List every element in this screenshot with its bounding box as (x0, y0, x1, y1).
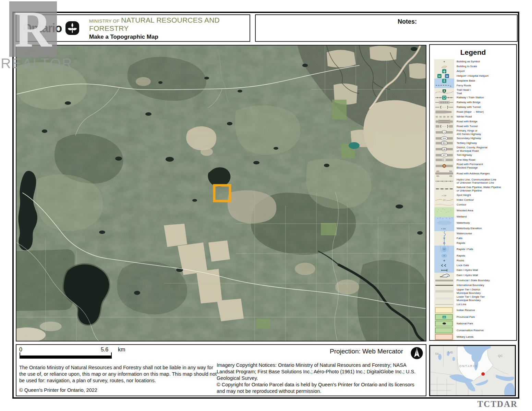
legend-item: Watercourse (430, 231, 516, 236)
imagery-copyright: Imagery Copyright Notices: Ontario Minis… (217, 362, 424, 382)
legend-item: 801Tertiary Highway (430, 141, 516, 146)
legend-item-label: Rapids \ Falls (457, 248, 516, 251)
legend-item-label: Hydro Line, Communication Line or Unknow… (457, 178, 516, 184)
legend-symbol-upper-tier (434, 288, 454, 295)
legend-item: One Way Road (430, 158, 516, 162)
legend-item-label: Dam \ Hydro Wall (457, 269, 516, 272)
legend-item: Wetland (430, 214, 516, 220)
legend-item: Upper Tier \ District Municipal Boundary (430, 288, 516, 295)
legend-item: Waterbody (430, 220, 516, 226)
inset-label-ontario: O N T A R I O (459, 364, 477, 368)
legend-title: Legend (430, 48, 516, 57)
legend-item-label: Rocks (457, 259, 516, 262)
legend-item: 524Secondary Highway (430, 136, 516, 141)
legend-item-label: Upper Tier \ District Municipal Boundary (457, 288, 516, 294)
legend-item: Rapids \ Falls (430, 246, 516, 253)
svg-text:28: 28 (443, 148, 445, 150)
satellite-map (16, 46, 426, 341)
legend-item: Wooded Area (430, 207, 516, 214)
inset-label-sk: SK (435, 352, 439, 356)
legend-item: Railway with Tunnel (430, 105, 516, 110)
legend-item-label: Rapids (457, 241, 516, 245)
scale-tick-left (20, 352, 20, 359)
legend-item: Road (Major → Minor) (430, 110, 516, 114)
legend-symbol-contour (434, 202, 454, 207)
scale-start-label: 0 (19, 347, 22, 353)
legend-symbol-lock-gate (434, 263, 454, 268)
legend-symbol-one-way (434, 158, 454, 162)
svg-text:407: 407 (443, 154, 446, 156)
legend-item: Lot Line (430, 302, 516, 307)
legend-item-label: Military Lands (457, 335, 516, 338)
legend-symbol-box-green-np (434, 320, 454, 327)
legend-item: Road with Tunnel (430, 124, 516, 129)
trillium-icon (65, 21, 80, 35)
legend-item: 28District, County, Regional or Municipa… (430, 146, 516, 153)
notes-box[interactable]: Notes: (255, 14, 518, 42)
legend-item: Falls (430, 236, 516, 241)
ontario-logo-text: Ontario (23, 21, 62, 35)
ministry-title-block: MINISTRY OF NATURAL RESOURCES AND FOREST… (89, 16, 250, 40)
legend-item-label: Building as Symbol (457, 60, 516, 63)
legend-item: Ferry Route (430, 83, 516, 88)
legend-item-label: Building to Scale (457, 65, 516, 68)
legend-symbol-airport (434, 69, 454, 74)
svg-text:H: H (446, 75, 448, 78)
legend-symbol-box-pink (434, 334, 454, 340)
inset-label-mb: MB (448, 351, 453, 354)
legend-item-label: Toll Highway (457, 153, 516, 157)
legend-item: 200Index Contour (430, 198, 516, 202)
legend-item-label: Falls (457, 237, 516, 240)
legend-item: Trail Head \ Trail (430, 88, 516, 95)
legend-symbol-trail (434, 88, 454, 95)
legend-item: 7Primary, Kings or 400 Series Highway (430, 129, 516, 136)
legend-item-label: Spot Height (457, 194, 516, 197)
legend-item-label: Lock Gate (457, 264, 516, 267)
legend-symbol-hwy-rect: 801 (434, 141, 454, 146)
legend-item-label: Ferry Route (457, 84, 516, 87)
legend-item-label: Road with Tunnel (457, 125, 516, 128)
legend-item: Indian Reserve (430, 307, 516, 314)
legend-item-label: Airport (457, 70, 516, 73)
legend-item: International Boundary (430, 283, 516, 288)
legend-symbol-wb-elev: 164 (434, 226, 454, 231)
legend-symbol-rapids2 (434, 253, 454, 258)
legend-symbol-rail-tunnel (434, 105, 454, 110)
legend-item: Lock Gate (430, 263, 516, 268)
svg-text:200: 200 (443, 199, 446, 201)
legend-item-label: Index Contour (457, 198, 516, 201)
footer: 0 5.6 km The Ontario Ministry of Natural… (16, 344, 426, 396)
legend-symbol-index-contour: 200 (434, 198, 454, 202)
legend-symbol-hwy-oval: 524 (434, 136, 454, 141)
legend-item: Provincial Park (430, 314, 516, 321)
legend-symbol-wetland (434, 214, 454, 220)
legend-item-label: Primary, Kings or 400 Series Highway (457, 129, 516, 135)
legend-symbol-box-yellow (434, 307, 454, 314)
legend-symbol-falls (434, 236, 454, 241)
legend-symbol-road-tunnel (434, 124, 454, 129)
legend-symbol-road-bridge (434, 119, 454, 124)
legend-item: Rocks (430, 258, 516, 263)
legend-symbol-building-scale (434, 64, 454, 69)
legend-item: Seaplane Base (430, 78, 516, 83)
legend-item: 164Waterbody Elevation (430, 226, 516, 231)
legend-symbol-rocks (434, 258, 454, 263)
legend-symbol-rail-bridge (434, 100, 454, 105)
legend-symbol-watercourse (434, 231, 454, 236)
legend-item: Provincial \ State Boundary (430, 278, 516, 283)
legend-symbol-rapids-falls (434, 246, 454, 253)
legend-symbol-rail-station (434, 95, 454, 100)
legend-symbol-prov-boundary (434, 278, 454, 283)
legend-item: 407Toll Highway (430, 153, 516, 158)
legend-item: Building to Scale (430, 64, 516, 69)
map-viewport[interactable] (16, 45, 426, 341)
legend-item: Rapids (430, 241, 516, 246)
legend-item: Military Lands (430, 334, 516, 340)
legend-item: Railway \ Train Station (430, 95, 516, 100)
legend-item: Hydro Line, Communication Line or Unknow… (430, 177, 516, 185)
legend-symbol-intl-boundary (434, 283, 454, 288)
legend-symbol-waterbody (434, 220, 454, 226)
legend-item: Natural Gas Pipeline, Water Pipeline or … (430, 185, 516, 193)
page-title: Make a Topographic Map (89, 34, 250, 40)
legend-symbol-box-green (434, 327, 454, 334)
